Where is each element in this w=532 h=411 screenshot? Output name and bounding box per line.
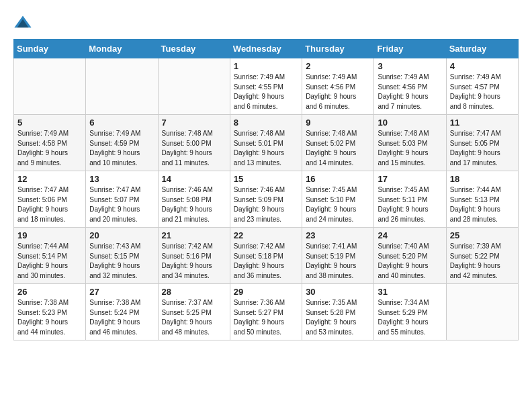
day-info: Sunrise: 7:48 AM Sunset: 5:02 PM Dayligh… (306, 129, 370, 168)
day-number: 15 (234, 174, 298, 184)
day-number: 2 (306, 61, 370, 71)
day-number: 22 (234, 230, 298, 240)
day-number: 11 (450, 118, 515, 128)
weekday-header-thursday: Thursday (302, 40, 374, 58)
calendar-cell (446, 284, 518, 340)
day-number: 8 (234, 118, 298, 128)
day-info: Sunrise: 7:49 AM Sunset: 4:55 PM Dayligh… (234, 73, 298, 111)
day-info: Sunrise: 7:45 AM Sunset: 5:10 PM Dayligh… (306, 185, 370, 224)
day-number: 10 (378, 118, 442, 128)
day-number: 23 (306, 230, 370, 240)
day-info: Sunrise: 7:42 AM Sunset: 5:18 PM Dayligh… (234, 242, 298, 281)
weekday-header-wednesday: Wednesday (230, 40, 302, 58)
calendar-header: SundayMondayTuesdayWednesdayThursdayFrid… (14, 40, 519, 58)
calendar-cell: 12Sunrise: 7:47 AM Sunset: 5:06 PM Dayli… (14, 171, 86, 228)
day-info: Sunrise: 7:49 AM Sunset: 4:56 PM Dayligh… (306, 73, 370, 111)
day-number: 20 (89, 230, 154, 240)
weekday-header-friday: Friday (374, 40, 446, 58)
calendar-cell (14, 58, 86, 115)
day-number: 5 (17, 118, 82, 128)
weekday-header-monday: Monday (86, 40, 158, 58)
calendar-cell: 4Sunrise: 7:49 AM Sunset: 4:57 PM Daylig… (446, 58, 518, 115)
day-info: Sunrise: 7:49 AM Sunset: 4:57 PM Dayligh… (450, 73, 515, 111)
calendar-cell: 3Sunrise: 7:49 AM Sunset: 4:56 PM Daylig… (374, 58, 446, 115)
day-number: 14 (162, 174, 226, 184)
calendar-cell: 7Sunrise: 7:48 AM Sunset: 5:00 PM Daylig… (158, 115, 230, 171)
calendar-cell: 24Sunrise: 7:40 AM Sunset: 5:20 PM Dayli… (374, 228, 446, 284)
calendar-cell: 23Sunrise: 7:41 AM Sunset: 5:19 PM Dayli… (302, 228, 374, 284)
calendar-cell: 25Sunrise: 7:39 AM Sunset: 5:22 PM Dayli… (446, 228, 518, 284)
day-info: Sunrise: 7:44 AM Sunset: 5:13 PM Dayligh… (450, 185, 515, 224)
day-number: 29 (234, 287, 298, 297)
day-number: 12 (17, 174, 82, 184)
day-number: 19 (17, 230, 82, 240)
day-number: 13 (89, 174, 154, 184)
day-number: 25 (450, 230, 515, 240)
calendar-cell (158, 58, 230, 115)
day-info: Sunrise: 7:47 AM Sunset: 5:06 PM Dayligh… (17, 185, 82, 224)
calendar-cell: 29Sunrise: 7:36 AM Sunset: 5:27 PM Dayli… (230, 284, 302, 340)
day-info: Sunrise: 7:47 AM Sunset: 5:07 PM Dayligh… (89, 185, 154, 224)
weekday-header-sunday: Sunday (14, 40, 86, 58)
day-info: Sunrise: 7:47 AM Sunset: 5:05 PM Dayligh… (450, 129, 515, 168)
day-info: Sunrise: 7:49 AM Sunset: 4:58 PM Dayligh… (17, 129, 82, 168)
calendar-cell: 20Sunrise: 7:43 AM Sunset: 5:15 PM Dayli… (86, 228, 158, 284)
day-number: 28 (162, 287, 226, 297)
logo (13, 13, 35, 32)
day-info: Sunrise: 7:48 AM Sunset: 5:01 PM Dayligh… (234, 129, 298, 168)
day-info: Sunrise: 7:40 AM Sunset: 5:20 PM Dayligh… (378, 242, 442, 281)
calendar-cell: 11Sunrise: 7:47 AM Sunset: 5:05 PM Dayli… (446, 115, 518, 171)
day-number: 18 (450, 174, 515, 184)
calendar-cell: 30Sunrise: 7:35 AM Sunset: 5:28 PM Dayli… (302, 284, 374, 340)
day-info: Sunrise: 7:34 AM Sunset: 5:29 PM Dayligh… (378, 298, 442, 337)
day-number: 31 (378, 287, 442, 297)
day-info: Sunrise: 7:38 AM Sunset: 5:23 PM Dayligh… (17, 298, 82, 337)
day-info: Sunrise: 7:41 AM Sunset: 5:19 PM Dayligh… (306, 242, 370, 281)
calendar-cell (86, 58, 158, 115)
day-info: Sunrise: 7:43 AM Sunset: 5:15 PM Dayligh… (89, 242, 154, 281)
calendar-cell: 27Sunrise: 7:38 AM Sunset: 5:24 PM Dayli… (86, 284, 158, 340)
day-number: 3 (378, 61, 442, 71)
day-number: 17 (378, 174, 442, 184)
day-info: Sunrise: 7:38 AM Sunset: 5:24 PM Dayligh… (89, 298, 154, 337)
day-info: Sunrise: 7:48 AM Sunset: 5:03 PM Dayligh… (378, 129, 442, 168)
day-info: Sunrise: 7:35 AM Sunset: 5:28 PM Dayligh… (306, 298, 370, 337)
logo-icon (13, 13, 32, 32)
calendar-cell: 1Sunrise: 7:49 AM Sunset: 4:55 PM Daylig… (230, 58, 302, 115)
calendar-cell: 28Sunrise: 7:37 AM Sunset: 5:25 PM Dayli… (158, 284, 230, 340)
day-info: Sunrise: 7:49 AM Sunset: 4:56 PM Dayligh… (378, 73, 442, 111)
calendar-cell: 18Sunrise: 7:44 AM Sunset: 5:13 PM Dayli… (446, 171, 518, 228)
day-info: Sunrise: 7:46 AM Sunset: 5:08 PM Dayligh… (162, 185, 226, 224)
day-info: Sunrise: 7:49 AM Sunset: 4:59 PM Dayligh… (89, 129, 154, 168)
calendar-cell: 2Sunrise: 7:49 AM Sunset: 4:56 PM Daylig… (302, 58, 374, 115)
day-number: 30 (306, 287, 370, 297)
day-number: 21 (162, 230, 226, 240)
calendar-cell: 16Sunrise: 7:45 AM Sunset: 5:10 PM Dayli… (302, 171, 374, 228)
day-number: 26 (17, 287, 82, 297)
day-number: 4 (450, 61, 515, 71)
weekday-header-saturday: Saturday (446, 40, 518, 58)
day-number: 16 (306, 174, 370, 184)
calendar-cell: 22Sunrise: 7:42 AM Sunset: 5:18 PM Dayli… (230, 228, 302, 284)
day-number: 6 (89, 118, 154, 128)
day-info: Sunrise: 7:45 AM Sunset: 5:11 PM Dayligh… (378, 185, 442, 224)
calendar-cell: 5Sunrise: 7:49 AM Sunset: 4:58 PM Daylig… (14, 115, 86, 171)
calendar-table: SundayMondayTuesdayWednesdayThursdayFrid… (13, 39, 519, 340)
day-number: 9 (306, 118, 370, 128)
calendar-cell: 8Sunrise: 7:48 AM Sunset: 5:01 PM Daylig… (230, 115, 302, 171)
page-header (13, 13, 519, 32)
weekday-header-tuesday: Tuesday (158, 40, 230, 58)
calendar-cell: 26Sunrise: 7:38 AM Sunset: 5:23 PM Dayli… (14, 284, 86, 340)
day-info: Sunrise: 7:44 AM Sunset: 5:14 PM Dayligh… (17, 242, 82, 281)
day-info: Sunrise: 7:36 AM Sunset: 5:27 PM Dayligh… (234, 298, 298, 337)
calendar-cell: 31Sunrise: 7:34 AM Sunset: 5:29 PM Dayli… (374, 284, 446, 340)
calendar-cell: 6Sunrise: 7:49 AM Sunset: 4:59 PM Daylig… (86, 115, 158, 171)
day-number: 1 (234, 61, 298, 71)
day-info: Sunrise: 7:42 AM Sunset: 5:16 PM Dayligh… (162, 242, 226, 281)
calendar-cell: 15Sunrise: 7:46 AM Sunset: 5:09 PM Dayli… (230, 171, 302, 228)
day-info: Sunrise: 7:48 AM Sunset: 5:00 PM Dayligh… (162, 129, 226, 168)
calendar-cell: 19Sunrise: 7:44 AM Sunset: 5:14 PM Dayli… (14, 228, 86, 284)
calendar-cell: 10Sunrise: 7:48 AM Sunset: 5:03 PM Dayli… (374, 115, 446, 171)
calendar-cell: 17Sunrise: 7:45 AM Sunset: 5:11 PM Dayli… (374, 171, 446, 228)
day-number: 7 (162, 118, 226, 128)
